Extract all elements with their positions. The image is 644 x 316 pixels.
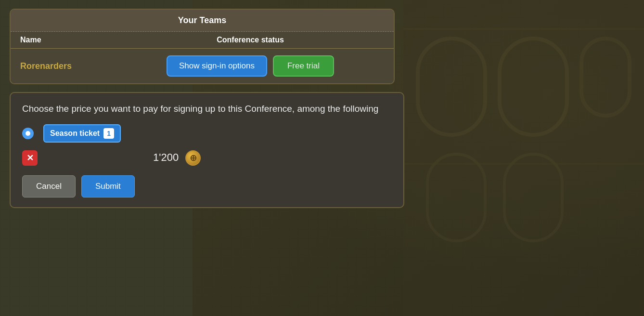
x-icon: ✕: [26, 153, 34, 163]
col-conference-header: Conference status: [116, 36, 384, 44]
coin-icon[interactable]: ⊕: [185, 150, 201, 166]
action-buttons: Cancel Submit: [22, 175, 392, 198]
price-panel: Choose the price you want to pay for sig…: [10, 92, 404, 208]
show-signin-button[interactable]: Show sign-in options: [167, 55, 267, 77]
season-ticket-badge[interactable]: Season ticket 1: [43, 124, 121, 143]
radio-inner: [26, 131, 30, 136]
price-description: Choose the price you want to pay for sig…: [22, 103, 392, 116]
main-content: Your Teams Name Conference status Rorena…: [10, 9, 404, 208]
teams-panel-header: Your Teams: [11, 10, 394, 32]
free-trial-button[interactable]: Free trial: [273, 55, 334, 77]
season-ticket-row: Season ticket 1: [22, 124, 392, 143]
cancel-button[interactable]: Cancel: [22, 175, 76, 198]
price-value: 1'200: [153, 151, 179, 163]
delete-button[interactable]: ✕: [22, 150, 38, 166]
season-ticket-label: Season ticket: [50, 129, 100, 138]
price-amount: 1'200 ⊕: [153, 150, 201, 166]
price-cost-row: ✕ 1'200 ⊕: [22, 150, 392, 166]
team-row: Rorenarders Show sign-in options Free tr…: [11, 49, 394, 83]
col-name-header: Name: [20, 36, 116, 44]
season-ticket-radio[interactable]: [22, 128, 34, 139]
teams-panel: Your Teams Name Conference status Rorena…: [10, 9, 395, 84]
team-name: Rorenarders: [20, 61, 116, 71]
teams-panel-title: Your Teams: [178, 15, 226, 25]
season-ticket-count: 1: [103, 128, 114, 139]
column-headers: Name Conference status: [11, 32, 394, 49]
team-actions: Show sign-in options Free trial: [116, 55, 384, 77]
submit-button[interactable]: Submit: [81, 175, 135, 198]
